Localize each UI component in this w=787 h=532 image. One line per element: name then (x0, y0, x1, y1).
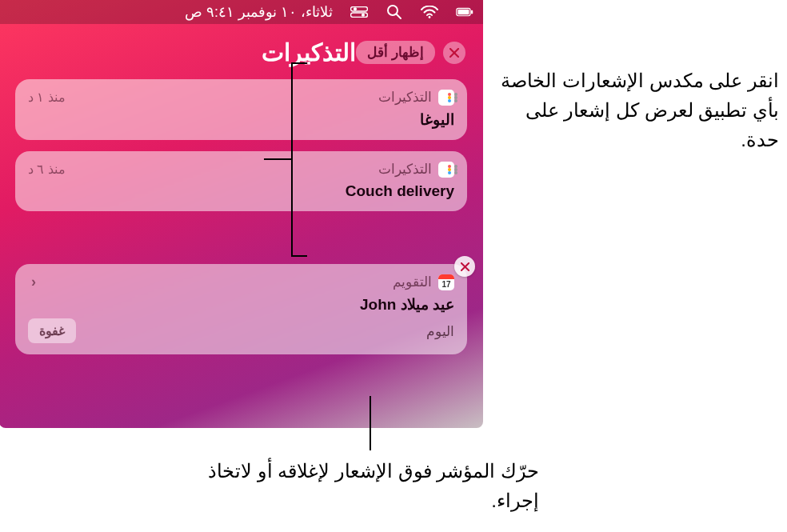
control-center-icon[interactable] (350, 3, 368, 21)
section-header: إظهار أقل التذكيرات (0, 24, 483, 74)
notification-title: عيد ميلاد John (28, 295, 454, 314)
notification-center: ثلاثاء، ١٠ نوفمبر ٩:٤١ ص إظهار أقل التذك… (0, 0, 483, 428)
callout-hover: حرّك المؤشر فوق الإشعار لإغلاقه أو لاتخا… (203, 456, 539, 515)
menu-bar-datetime: ثلاثاء، ١٠ نوفمبر ٩:٤١ ص (185, 3, 333, 21)
svg-rect-8 (457, 10, 469, 14)
callout-leader (370, 396, 371, 450)
svg-point-6 (429, 16, 431, 18)
notification-list: التذكيرات منذ ١ د اليوغا التذكيرات منذ ٦… (0, 74, 483, 354)
calendar-notification[interactable]: 17 التقويم ‹ عيد ميلاد John اليوم غفوة (15, 264, 467, 354)
app-label: التقويم (393, 274, 432, 290)
search-icon[interactable] (386, 3, 403, 21)
notification-time: منذ ١ د (28, 90, 66, 105)
callout-leader (264, 158, 293, 160)
svg-point-3 (362, 14, 365, 17)
reminder-notification[interactable]: التذكيرات منذ ١ د اليوغا (15, 79, 467, 140)
svg-point-2 (354, 7, 357, 10)
svg-line-5 (397, 14, 401, 18)
notification-title: اليوغا (28, 110, 454, 129)
notification-time: منذ ٦ د (28, 162, 66, 177)
wifi-icon[interactable] (421, 3, 438, 21)
svg-rect-9 (471, 10, 473, 14)
callout-stack: انقر على مكدس الإشعارات الخاصة بأي تطبيق… (499, 66, 779, 155)
battery-icon[interactable] (456, 3, 473, 21)
notification-subtitle: اليوم (426, 323, 454, 340)
chevron-left-icon[interactable]: ‹ (28, 274, 36, 290)
app-label: التذكيرات (378, 89, 432, 106)
svg-point-4 (388, 6, 397, 15)
app-label: التذكيرات (378, 161, 432, 178)
reminders-icon (438, 90, 454, 106)
svg-rect-1 (351, 13, 368, 18)
snooze-button[interactable]: غفوة (28, 318, 76, 343)
notification-title: Couch delivery (28, 182, 454, 200)
svg-rect-0 (351, 7, 368, 12)
section-title: التذكيرات (262, 38, 356, 66)
callout-leader (293, 62, 307, 64)
reminder-notification[interactable]: التذكيرات منذ ٦ د Couch delivery (15, 151, 467, 211)
menu-bar: ثلاثاء، ١٠ نوفمبر ٩:٤١ ص (0, 0, 483, 24)
close-notification-button[interactable] (454, 256, 475, 277)
show-less-button[interactable]: إظهار أقل (356, 41, 435, 64)
callout-leader (293, 255, 307, 257)
reminders-icon (438, 162, 454, 178)
close-stack-button[interactable] (443, 42, 465, 64)
calendar-icon: 17 (438, 274, 454, 290)
